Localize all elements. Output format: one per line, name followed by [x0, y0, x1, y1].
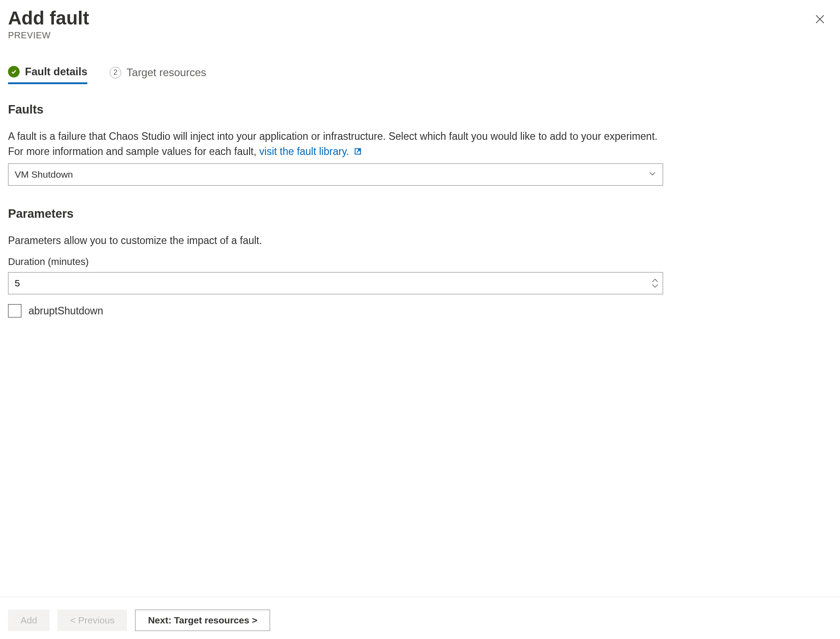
abrupt-shutdown-checkbox[interactable] — [8, 304, 21, 317]
duration-increment[interactable] — [652, 278, 659, 283]
next-button[interactable]: Next: Target resources > — [135, 610, 270, 631]
previous-button: < Previous — [57, 610, 127, 631]
fault-library-link[interactable]: visit the fault library. — [259, 146, 362, 157]
page-subtitle: PREVIEW — [8, 30, 89, 41]
faults-description: A fault is a failure that Chaos Studio w… — [8, 129, 663, 159]
abrupt-shutdown-label: abruptShutdown — [29, 305, 103, 317]
panel-header: Add fault PREVIEW — [8, 8, 832, 41]
tab-label: Fault details — [25, 65, 87, 78]
faults-heading: Faults — [8, 103, 663, 117]
duration-label: Duration (minutes) — [8, 256, 663, 268]
tab-fault-details[interactable]: Fault details — [8, 65, 87, 84]
parameters-description: Parameters allow you to customize the im… — [8, 233, 663, 248]
duration-decrement[interactable] — [652, 284, 659, 288]
step-number-badge: 2 — [110, 67, 121, 78]
add-button: Add — [8, 610, 49, 631]
chevron-down-icon — [652, 283, 659, 289]
fault-select-value: VM Shutdown — [15, 169, 73, 180]
wizard-tabs: Fault details 2 Target resources — [8, 65, 832, 84]
tab-target-resources[interactable]: 2 Target resources — [110, 65, 206, 84]
external-link-icon — [352, 146, 362, 157]
fault-select[interactable]: VM Shutdown — [8, 163, 663, 186]
wizard-footer: Add < Previous Next: Target resources > — [0, 597, 840, 639]
page-title: Add fault — [8, 8, 89, 28]
duration-input[interactable] — [8, 272, 663, 294]
close-button[interactable] — [811, 11, 828, 29]
svg-line-3 — [356, 149, 360, 152]
check-icon — [8, 66, 20, 77]
tab-label: Target resources — [127, 66, 206, 79]
close-icon — [814, 20, 826, 26]
parameters-heading: Parameters — [8, 207, 663, 221]
